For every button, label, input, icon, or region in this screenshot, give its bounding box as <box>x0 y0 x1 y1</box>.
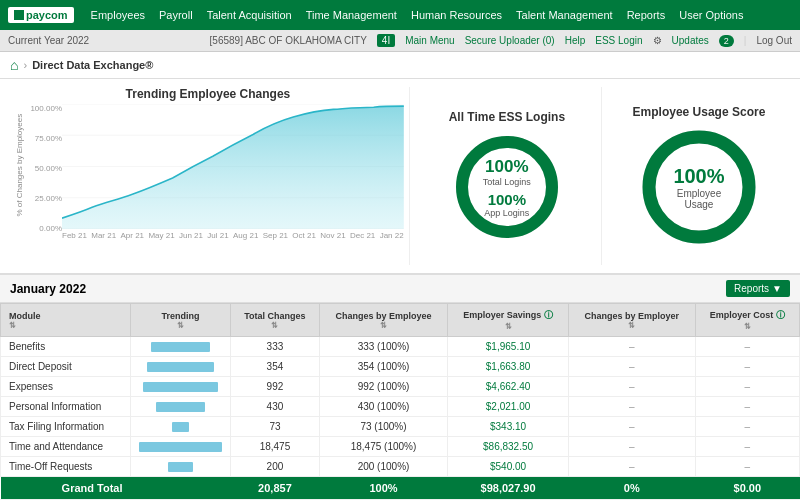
top-navigation: paycom Employees Payroll Talent Acquisit… <box>0 0 800 30</box>
charts-section: Trending Employee Changes % of Changes b… <box>0 79 800 274</box>
footer-savings: $98,027.90 <box>448 477 569 500</box>
trend-bar <box>156 402 206 412</box>
data-table: Module⇅ Trending⇅ Total Changes⇅ Changes… <box>0 303 800 499</box>
trend-bar <box>172 422 189 432</box>
changes-by-employee: 992 (100%) <box>319 377 447 397</box>
help-link[interactable]: Help <box>565 35 586 46</box>
changes-by-employer: – <box>569 437 696 457</box>
table-row: Expenses 992 992 (100%) $4,662.40 – – <box>1 377 800 397</box>
trend-bar <box>143 382 218 392</box>
total-changes: 430 <box>231 397 320 417</box>
updates-badge: 2 <box>719 35 734 47</box>
usage-donut-center: 100% Employee Usage <box>669 165 729 210</box>
nav-item-talent-management[interactable]: Talent Management <box>509 9 620 21</box>
col-changes-by-employee: Changes by Employee⇅ <box>319 304 447 337</box>
nav-item-user-options[interactable]: User Options <box>672 9 750 21</box>
trending-bar-cell <box>131 417 231 437</box>
employer-savings: $2,021.00 <box>448 397 569 417</box>
total-changes: 18,475 <box>231 437 320 457</box>
ess-total-pct: 100% <box>483 157 531 177</box>
total-changes: 200 <box>231 457 320 477</box>
employer-savings: $4,662.40 <box>448 377 569 397</box>
changes-by-employee: 200 (100%) <box>319 457 447 477</box>
changes-by-employer: – <box>569 377 696 397</box>
nav-item-human-resources[interactable]: Human Resources <box>404 9 509 21</box>
area-chart-svg <box>62 104 404 229</box>
changes-by-employer: – <box>569 357 696 377</box>
trending-bar-cell <box>131 397 231 417</box>
col-employer-savings: Employer Savings ⓘ⇅ <box>448 304 569 337</box>
employer-cost: – <box>695 397 799 417</box>
home-icon[interactable]: ⌂ <box>10 57 18 73</box>
employer-cost: – <box>695 377 799 397</box>
reports-button[interactable]: Reports ▼ <box>726 280 790 297</box>
y-axis-ticks: 100.00% 75.00% 50.00% 25.00% 0.00% <box>26 104 62 249</box>
module-name: Time and Attendance <box>1 437 131 457</box>
env-badge[interactable]: 4I <box>377 34 395 47</box>
employer-cost: – <box>695 357 799 377</box>
module-name: Time-Off Requests <box>1 457 131 477</box>
trend-bar <box>147 362 213 372</box>
logo-square <box>14 10 24 20</box>
breadcrumb-separator: › <box>23 59 27 71</box>
table-section: January 2022 Reports ▼ Module⇅ Trending⇅… <box>0 274 800 499</box>
ess-app-label: App Logins <box>483 208 531 218</box>
trending-bar-cell <box>131 377 231 397</box>
employer-cost: – <box>695 437 799 457</box>
employer-cost: – <box>695 417 799 437</box>
employer-cost: – <box>695 457 799 477</box>
trending-chart: Trending Employee Changes % of Changes b… <box>12 87 404 265</box>
logo[interactable]: paycom <box>8 7 74 23</box>
current-year: Current Year 2022 <box>8 35 210 46</box>
nav-item-employees[interactable]: Employees <box>84 9 152 21</box>
footer-by-employer: 0% <box>569 477 696 500</box>
secure-uploader-link[interactable]: Secure Uploader (0) <box>465 35 555 46</box>
trend-bar <box>139 442 222 452</box>
employer-savings: $86,832.50 <box>448 437 569 457</box>
usage-score-title: Employee Usage Score <box>633 105 766 119</box>
subnav-right: [56589] ABC OF OKLAHOMA CITY 4I Main Men… <box>210 34 792 47</box>
footer-by-employee: 100% <box>319 477 447 500</box>
ess-logins-chart: All Time ESS Logins 100% Total Logins 10… <box>409 87 596 265</box>
company-name: [56589] ABC OF OKLAHOMA CITY <box>210 35 367 46</box>
total-changes: 992 <box>231 377 320 397</box>
logout-link[interactable]: Log Out <box>756 35 792 46</box>
employer-cost: – <box>695 337 799 357</box>
changes-by-employer: – <box>569 397 696 417</box>
nav-item-reports[interactable]: Reports <box>620 9 673 21</box>
col-employer-cost: Employer Cost ⓘ⇅ <box>695 304 799 337</box>
changes-by-employer: – <box>569 337 696 357</box>
ess-total-label: Total Logins <box>483 177 531 187</box>
ess-app-pct: 100% <box>483 191 531 208</box>
table-month-label: January 2022 <box>10 282 86 296</box>
footer-cost: $0.00 <box>695 477 799 500</box>
trend-bar <box>151 342 209 352</box>
col-trending: Trending⇅ <box>131 304 231 337</box>
separator: | <box>744 35 747 46</box>
trending-bar-cell <box>131 337 231 357</box>
total-changes: 354 <box>231 357 320 377</box>
table-header-bar: January 2022 Reports ▼ <box>0 274 800 303</box>
nav-item-time-management[interactable]: Time Management <box>299 9 404 21</box>
ess-login-link[interactable]: ESS Login <box>595 35 642 46</box>
footer-trending <box>131 477 231 500</box>
main-menu-link[interactable]: Main Menu <box>405 35 454 46</box>
col-changes-by-employer: Changes by Employer⇅ <box>569 304 696 337</box>
table-row: Tax Filing Information 73 73 (100%) $343… <box>1 417 800 437</box>
usage-label: Employee Usage <box>669 188 729 210</box>
usage-pct: 100% <box>669 165 729 188</box>
nav-item-payroll[interactable]: Payroll <box>152 9 200 21</box>
employer-savings: $540.00 <box>448 457 569 477</box>
table-row: Benefits 333 333 (100%) $1,965.10 – – <box>1 337 800 357</box>
footer-total: 20,857 <box>231 477 320 500</box>
module-name: Benefits <box>1 337 131 357</box>
employer-savings: $343.10 <box>448 417 569 437</box>
nav-item-talent-acquisition[interactable]: Talent Acquisition <box>200 9 299 21</box>
total-changes: 333 <box>231 337 320 357</box>
changes-by-employer: – <box>569 457 696 477</box>
module-name: Personal Information <box>1 397 131 417</box>
updates-link[interactable]: Updates <box>672 35 709 46</box>
col-module: Module⇅ <box>1 304 131 337</box>
dropdown-arrow-icon: ▼ <box>772 283 782 294</box>
module-name: Direct Deposit <box>1 357 131 377</box>
